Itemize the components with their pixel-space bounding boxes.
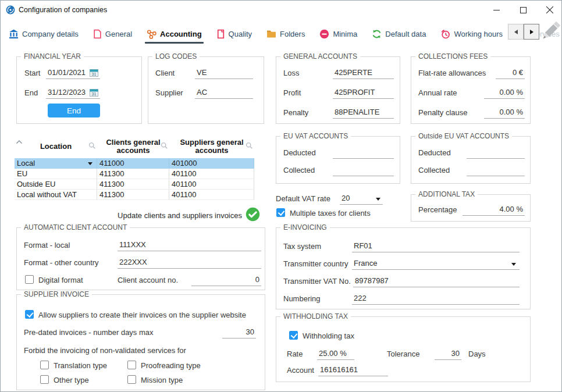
eu-collected-field[interactable] [333,165,394,176]
digital-format-checkbox[interactable] [25,275,34,284]
tab-scroll-right-button[interactable] [524,24,539,40]
chevron-down-icon[interactable] [88,162,93,165]
withholding-tax-checkbox[interactable] [289,331,298,340]
transmitter-vat-field[interactable]: 89787987 [353,276,520,287]
tolerance-label: Tolerance [387,350,419,358]
tab-default-data[interactable]: Default data [372,29,426,39]
loss-account-field[interactable]: 425PERTE [333,67,394,79]
start-label: Start [24,69,40,77]
format-local-label: Format - local [24,241,70,250]
location-cell[interactable]: Outside EU [15,179,97,189]
table-row[interactable]: EU 411300 401100 [15,169,254,179]
client-account-no-label: Client account no. [118,276,178,284]
location-cell[interactable]: Local without VAT [15,190,97,199]
e-invoicing-group: E-INVOICING Tax system RF01 Transmitter … [276,227,531,309]
table-row[interactable]: Local without VAT 411300 401100 [15,190,254,200]
predated-days-field[interactable]: 30 [222,327,256,338]
collected-label: Collected [283,166,315,174]
suppliers-account-cell[interactable]: 401100 [169,190,254,199]
close-button[interactable] [540,3,559,16]
default-vat-rate-select[interactable]: 20 [340,193,383,205]
proofreading-type-label: Proofreading type [141,361,201,370]
table-row[interactable]: Outside EU 411300 401100 [15,179,254,190]
start-date-field[interactable]: 01/01/202131 [46,67,100,79]
folder-icon [266,29,276,38]
search-icon[interactable] [246,142,253,151]
tab-label: Accounting [160,30,202,38]
suppliers-account-cell[interactable]: 401100 [169,169,254,179]
client-code-field[interactable]: VE [195,67,253,79]
group-title: GENERAL ACCOUNTS [280,52,360,60]
clients-account-cell[interactable]: 411300 [97,179,169,189]
tab-scroll-left-button[interactable] [508,24,524,40]
eu-deducted-field[interactable] [333,147,394,159]
group-title: COLLECTIONS FEES [415,52,490,60]
account-field[interactable]: 161616161 [318,365,388,376]
transmitter-country-select[interactable]: France [352,258,520,270]
chevron-down-icon[interactable] [376,198,380,201]
clients-account-cell[interactable]: 411000 [97,158,169,168]
tab-minima[interactable]: Minima [319,29,357,39]
percentage-field[interactable]: 4.00 % [463,204,525,216]
mission-type-checkbox[interactable] [127,375,136,384]
suppliers-account-cell[interactable]: 401000 [169,158,254,168]
tab-bar: Company details General Accounting Quali… [9,26,560,41]
multiple-taxes-checkbox[interactable] [276,208,285,217]
tab-general[interactable]: General [93,29,132,39]
minimize-button[interactable] [487,3,506,16]
profit-account-field[interactable]: 425PROFIT [333,87,394,99]
penalty-clause-field[interactable]: 0.00 % [484,107,525,119]
end-date-field[interactable]: 31/12/202331 [46,87,100,99]
sort-caret-icon[interactable] [16,138,23,147]
location-cell[interactable]: Local [15,158,97,168]
end-label: End [24,88,38,97]
edit-pencil-icon[interactable] [540,22,561,46]
tab-quality[interactable]: Quality [216,29,252,39]
allow-suppliers-checkbox[interactable] [25,310,34,319]
digital-format-label: Digital format [38,276,83,284]
flat-rate-field[interactable]: 0 € [496,67,525,79]
group-title: FINANCIAL YEAR [21,52,84,60]
tab-working-hours[interactable]: Working hours [440,29,503,39]
format-other-field[interactable]: 222XXX [118,257,261,269]
proofreading-type-checkbox[interactable] [127,361,136,369]
tab-accounting[interactable]: Accounting [147,29,202,39]
column-header-suppliers[interactable]: Suppliers general accounts [169,135,254,158]
collections-fees-group: COLLECTIONS FEES Flat-rate allowances 0 … [411,56,531,124]
confirm-check-icon[interactable] [246,207,260,224]
maximize-button[interactable] [514,3,532,16]
location-accounts-table: Location Clients general accounts Suppli… [15,135,254,200]
rate-field[interactable]: 25.00 % [317,348,354,360]
translation-type-checkbox[interactable] [40,361,49,369]
tab-folders[interactable]: Folders [266,29,305,38]
chevron-down-icon[interactable] [511,263,516,266]
column-header-location[interactable]: Location [15,135,97,158]
suppliers-account-cell[interactable]: 401100 [169,179,254,189]
clients-account-cell[interactable]: 411300 [97,190,169,199]
format-local-field[interactable]: 111XXX [118,240,261,251]
tab-company-details[interactable]: Company details [9,29,79,39]
clients-account-cell[interactable]: 411300 [97,169,169,179]
location-cell[interactable]: EU [15,169,97,179]
group-title: AUTOMATIC CLIENT ACCOUNT [21,223,130,231]
supplier-code-field[interactable]: AC [195,87,253,99]
tax-system-field[interactable]: RF01 [352,241,520,252]
table-row[interactable]: Local 411000 401000 [15,158,254,169]
outside-eu-collected-field[interactable] [467,165,525,176]
other-type-checkbox[interactable] [40,375,49,384]
tolerance-field[interactable]: 30 [435,348,461,360]
outside-eu-deducted-field[interactable] [467,147,525,159]
group-title: SUPPLIER INVOICE [21,290,92,298]
numbering-field[interactable]: 222 [352,293,520,305]
supplier-invoice-group: SUPPLIER INVOICE Allow suppliers to crea… [16,294,265,390]
end-button[interactable]: End [48,104,100,117]
column-header-clients[interactable]: Clients general accounts [97,135,169,158]
deducted-label: Deducted [283,148,316,157]
annual-rate-field[interactable]: 0.00 % [484,87,525,99]
search-icon[interactable] [88,142,96,151]
search-icon[interactable] [161,142,168,151]
group-title: E-INVOICING [280,223,330,231]
app-logo-icon [6,5,15,15]
client-account-no-field[interactable]: 0 [191,275,261,286]
penalty-account-field[interactable]: 88PENALITE [333,107,394,119]
